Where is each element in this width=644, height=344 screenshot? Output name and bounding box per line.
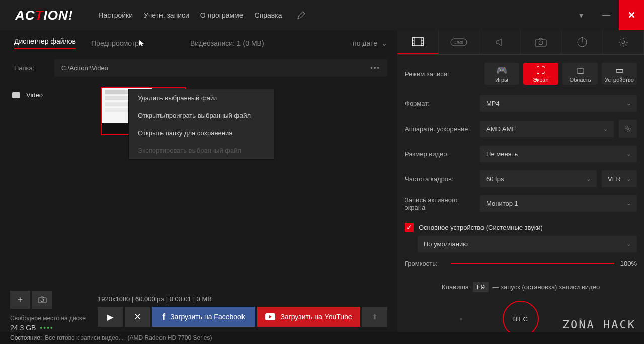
context-menu: Удалить выбранный файл Открыть/проиграть… [128,89,274,160]
videosize-dropdown[interactable]: Не менять⌄ [480,146,637,162]
ctx-open-folder[interactable]: Открыть папку для сохранения [129,124,274,142]
menu-settings[interactable]: Настройки [98,11,133,19]
chevron-down-icon: ⌄ [626,176,631,182]
menu-about[interactable]: О программе [200,11,244,19]
folder-label: Папка: [14,64,44,72]
system-audio-label: Основное устройство (Системные звуки) [419,224,543,231]
file-info: 1920x1080 | 60.000fps | 0:00:01 | 0 MB [98,295,387,303]
menu-help[interactable]: Справка [255,11,282,19]
svg-point-1 [41,299,44,302]
svg-rect-3 [412,38,423,46]
fps-label: Частота кадров: [405,175,475,183]
main-menu: Настройки Учетн. записи О программе Спра… [98,11,282,19]
window-controls: ▾ — ✕ [569,0,644,30]
chevron-down-icon: ⌄ [626,151,631,157]
hwaccel-label: Аппаратн. ускорение: [405,125,475,133]
facebook-icon: f [162,312,165,322]
status-label: Состояние: [10,334,42,341]
draw-icon[interactable] [297,11,306,20]
format-label: Формат: [405,100,475,107]
close-button[interactable]: ✕ [619,0,644,30]
folder-path[interactable]: C:\Action!\Video ••• [54,59,387,77]
delete-button[interactable]: ✕ [125,307,150,327]
upload-facebook-button[interactable]: f Загрузить на Facebook [152,307,255,327]
status-text: Все готово к записи видео... [45,334,123,341]
hotkey-hint: Клавиша F9 — запуск (остановка) записи в… [397,274,644,296]
left-panel: Диспетчер файлов Предпросмотр Видеозапис… [0,30,397,332]
gamepad-icon: 🎮 [496,65,507,76]
chevron-down-icon: ⌄ [586,176,591,182]
hotkey-badge: F9 [473,282,489,292]
region-icon: ◻ [577,65,584,76]
rec-mode-screen[interactable]: ⛶ Экран [523,63,558,85]
minimize-button[interactable]: — [594,0,619,30]
vfr-dropdown[interactable]: VFR⌄ [602,170,637,187]
rec-mode-label: Режим записи: [405,70,480,78]
mode-video-icon[interactable] [397,30,439,54]
upload-youtube-button[interactable]: Загрузить на YouTube [257,307,360,327]
indicator-dot [460,318,462,320]
svg-point-16 [582,37,583,39]
status-bar: Состояние: Все готово к записи видео... … [0,332,644,344]
disk-value: 24.3 GB •••• [10,324,98,332]
youtube-icon [265,313,275,320]
chevron-down-icon: ⌄ [626,200,631,207]
system-audio-checkbox[interactable]: ✓ [405,223,414,232]
hwaccel-settings-button[interactable] [619,120,637,138]
add-button[interactable]: + [10,291,30,309]
audio-device-dropdown[interactable]: По умолчанию⌄ [418,236,637,252]
menu-accounts[interactable]: Учетн. записи [144,11,189,19]
right-panel: LIVE Режим записи: 🎮 Игры ⛶ Эк [397,30,644,332]
cursor-icon [139,40,145,47]
sort-dropdown[interactable]: по дате ⌄ [353,39,387,47]
format-dropdown[interactable]: MP4⌄ [480,95,637,112]
folder-tree: Video [10,87,96,290]
rec-mode-device[interactable]: ▭ Устройство [602,63,637,85]
watermark: ZONA HACK [562,318,636,331]
tab-preview[interactable]: Предпросмотр [91,39,139,47]
titlebar: ACTION! Настройки Учетн. записи О програ… [0,0,644,30]
ctx-export: Экспортировать выбранный файл [129,142,274,159]
ctx-open-play[interactable]: Открыть/проиграть выбранный файл [129,107,274,124]
status-gpu: (AMD Radeon HD 7700 Series) [127,334,212,341]
tray-button[interactable]: ▾ [569,0,594,30]
video-count: Видеозаписи: 1 (0 MB) [190,39,264,47]
mode-benchmark-icon[interactable] [562,30,603,54]
play-button[interactable]: ▶ [98,307,123,327]
screen-dropdown[interactable]: Монитор 1⌄ [480,195,637,212]
svg-point-13 [539,41,543,45]
ctx-delete[interactable]: Удалить выбранный файл [129,89,274,107]
fps-dropdown[interactable]: 60 fps⌄ [480,170,597,187]
mode-photo-icon[interactable] [521,30,562,54]
disk-indicator-icon: •••• [40,324,54,332]
videosize-label: Размер видео: [405,150,475,158]
mode-settings-icon[interactable] [603,30,644,54]
folder-icon [12,92,20,98]
volume-label: Громкость: [405,260,445,267]
chevron-down-icon: ⌄ [626,241,631,247]
app-logo: ACTION! [15,8,73,23]
fullscreen-icon: ⛶ [536,65,545,76]
folder-item-video[interactable]: Video [10,87,96,103]
screen-label: Запись активного экрана [405,196,475,211]
chevron-down-icon: ⌄ [603,126,608,132]
browse-icon[interactable]: ••• [370,64,380,72]
rec-mode-region[interactable]: ◻ Область [562,63,598,85]
svg-text:LIVE: LIVE [454,40,463,45]
chevron-down-icon: ⌄ [381,39,387,47]
disk-label: Свободное место на диске [10,315,98,322]
mode-audio-icon[interactable] [479,30,521,54]
svg-point-18 [627,128,629,130]
hwaccel-dropdown[interactable]: AMD AMF⌄ [480,121,614,137]
volume-value: 100% [620,260,637,267]
volume-slider[interactable] [451,263,614,264]
svg-point-17 [622,41,625,44]
chevron-down-icon: ⌄ [626,100,631,107]
tab-file-manager[interactable]: Диспетчер файлов [14,37,76,49]
upload-button[interactable]: ⬆ [362,307,387,327]
device-icon: ▭ [615,65,624,76]
rec-mode-games[interactable]: 🎮 Игры [484,63,519,85]
mode-live-icon[interactable]: LIVE [439,30,480,54]
screenshot-button[interactable] [32,291,52,309]
